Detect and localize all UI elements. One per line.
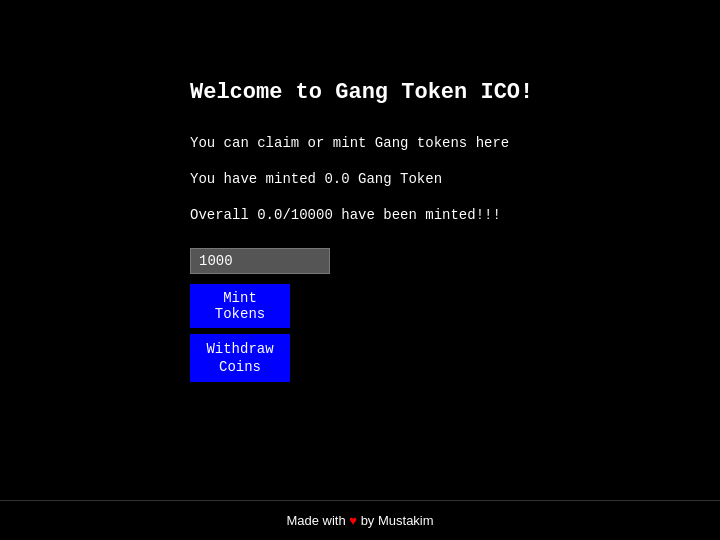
description-text: You can claim or mint Gang tokens here bbox=[190, 135, 720, 151]
footer-prefix: Made with bbox=[286, 513, 345, 528]
user-minted-info: You have minted 0.0 Gang Token bbox=[190, 171, 720, 187]
page-title: Welcome to Gang Token ICO! bbox=[190, 80, 720, 105]
withdraw-coins-button[interactable]: Withdraw Coins bbox=[190, 334, 290, 382]
withdraw-coins-label: Withdraw Coins bbox=[206, 341, 273, 375]
token-amount-input[interactable] bbox=[190, 248, 330, 274]
footer-suffix: by Mustakim bbox=[361, 513, 434, 528]
heart-icon: ♥ bbox=[349, 513, 357, 528]
mint-tokens-button[interactable]: Mint Tokens bbox=[190, 284, 290, 328]
overall-minted-info: Overall 0.0/10000 have been minted!!! bbox=[190, 207, 720, 223]
footer: Made with ♥ by Mustakim bbox=[0, 500, 720, 540]
